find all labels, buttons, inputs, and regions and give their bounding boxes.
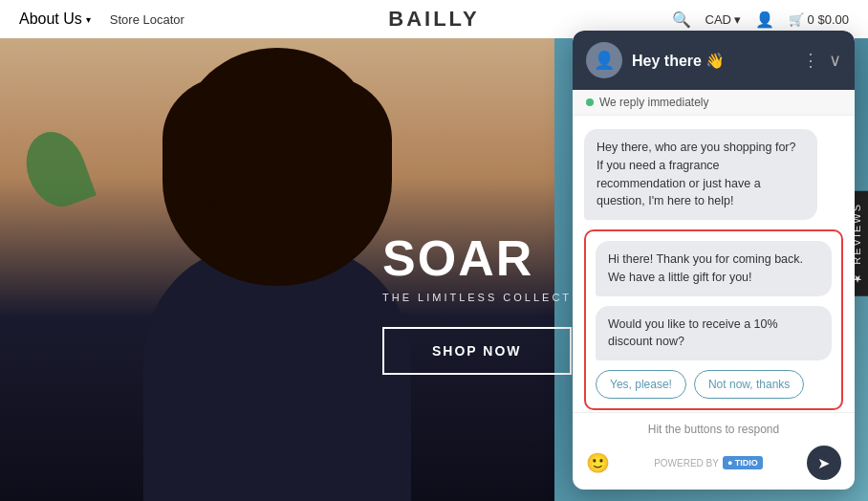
about-us-menu[interactable]: About Us ▾ — [19, 11, 91, 28]
hero-title: SOAR — [382, 229, 599, 287]
more-options-button[interactable]: ⋮ — [802, 50, 819, 71]
highlighted-offer-section: Hi there! Thank you for coming back. We … — [584, 229, 843, 410]
currency-label: CAD — [705, 12, 731, 27]
chat-messages: Hey there, who are you shopping for? If … — [573, 116, 855, 412]
chat-widget: 👤 Hey there 👋 ⋮ ∨ We reply immediately H… — [573, 31, 855, 490]
message-2: Hi there! Thank you for coming back. We … — [596, 241, 832, 296]
minimize-button[interactable]: ∨ — [829, 50, 841, 71]
chat-status-bar: We reply immediately — [573, 90, 855, 116]
message-1: Hey there, who are you shopping for? If … — [584, 129, 817, 220]
avatar-icon: 👤 — [594, 50, 615, 71]
tidio-logo: ● TIDIO — [723, 456, 763, 469]
chat-footer: Hit the buttons to respond 🙂 POWERED BY … — [573, 412, 855, 490]
not-now-button[interactable]: Not now, thanks — [694, 370, 804, 399]
footer-hint-text: Hit the buttons to respond — [586, 423, 841, 436]
chat-title: Hey there 👋 — [632, 52, 792, 70]
yes-please-button[interactable]: Yes, please! — [596, 370, 686, 399]
powered-by: POWERED BY ● TIDIO — [654, 456, 763, 469]
hero-section: SOAR THE LIMITLESS COLLECTION SHOP NOW — [382, 229, 599, 375]
cart-info[interactable]: 🛒 0 $0.00 — [789, 12, 849, 27]
about-us-label: About Us — [19, 11, 82, 28]
chat-header: 👤 Hey there 👋 ⋮ ∨ — [573, 31, 855, 90]
online-indicator — [586, 98, 594, 106]
brand-logo[interactable]: BAILLY — [388, 7, 479, 32]
shop-now-button[interactable]: SHOP NOW — [382, 327, 572, 375]
chat-action-buttons: Yes, please! Not now, thanks — [596, 370, 832, 399]
currency-selector[interactable]: CAD ▾ — [705, 12, 741, 27]
store-locator-link[interactable]: Store Locator — [110, 12, 184, 27]
avatar: 👤 — [586, 42, 622, 78]
about-us-chevron-icon: ▾ — [86, 14, 91, 25]
send-button[interactable]: ➤ — [807, 446, 841, 480]
powered-by-text: POWERED BY — [654, 458, 719, 468]
hero-subtitle: THE LIMITLESS COLLECTION — [382, 292, 599, 303]
emoji-button[interactable]: 🙂 — [586, 451, 610, 474]
message-3: Would you like to receive a 10% discount… — [596, 306, 832, 361]
search-icon[interactable]: 🔍 — [672, 11, 691, 29]
currency-chevron-icon: ▾ — [734, 12, 741, 27]
status-text: We reply immediately — [599, 96, 708, 109]
account-icon[interactable]: 👤 — [755, 11, 774, 29]
